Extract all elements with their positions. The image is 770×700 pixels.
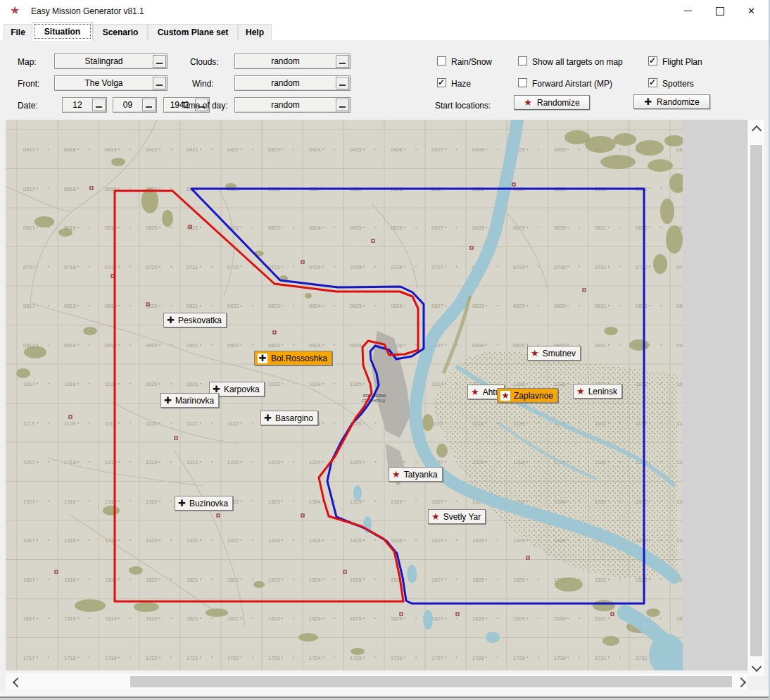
soviet-star-icon: ★ [524, 98, 532, 107]
map-location-smutnev[interactable]: ★Smutnev [527, 346, 581, 361]
vertical-scrollbar[interactable] [748, 120, 764, 676]
randomize-axis-button[interactable]: ✚ Randomize [633, 94, 710, 109]
svg-text:1424: 1424 [309, 537, 321, 544]
map-select[interactable]: Stalingrad [54, 54, 168, 69]
dropdown-button[interactable] [336, 55, 349, 68]
svg-text:1118: 1118 [64, 420, 75, 427]
svg-text:1221: 1221 [187, 459, 198, 465]
horizontal-scroll-thumb[interactable] [130, 676, 732, 687]
flight-plan-checkbox[interactable] [648, 56, 657, 65]
svg-text:0627: 0627 [431, 225, 443, 231]
maximize-button[interactable] [704, 0, 736, 22]
svg-text:0818: 0818 [64, 303, 76, 309]
horizontal-scrollbar[interactable] [6, 673, 747, 690]
randomize-soviet-button[interactable]: ★ Randomize [514, 95, 590, 110]
svg-text:1622: 1622 [227, 615, 239, 622]
axis-cross-icon: ✚ [178, 499, 186, 508]
scroll-right-icon[interactable] [736, 677, 746, 687]
svg-text:0826: 0826 [391, 303, 403, 309]
scroll-up-icon[interactable] [752, 125, 762, 135]
svg-text:1223: 1223 [268, 459, 280, 465]
tab-scenario[interactable]: Scenario [93, 24, 148, 40]
svg-text:0423: 0423 [268, 146, 280, 153]
scroll-down-icon[interactable] [752, 662, 762, 672]
minimize-button[interactable] [672, 0, 704, 22]
svg-text:1425: 1425 [350, 537, 362, 544]
dropdown-button[interactable] [153, 77, 166, 89]
soviet-star-icon: ★ [501, 391, 510, 400]
dropdown-button[interactable] [336, 77, 349, 89]
dropdown-icon [156, 63, 163, 64]
icon-backplate: ★ [500, 391, 510, 401]
dropdown-button[interactable] [142, 99, 156, 111]
svg-text:0721: 0721 [187, 264, 198, 270]
show-all-targets-checkbox[interactable] [518, 56, 527, 65]
svg-text:1320: 1320 [146, 499, 158, 505]
front-select[interactable]: The Volga [54, 75, 168, 91]
map-viewport[interactable]: 0417041804190420042104220423042404250426… [6, 120, 747, 670]
svg-text:0631: 0631 [595, 225, 607, 231]
map-location-buzinovka[interactable]: ✚Buzinovka [175, 496, 233, 511]
svg-text:1220: 1220 [146, 459, 158, 465]
scroll-left-icon[interactable] [13, 677, 23, 687]
map-location-bol-rossoshka[interactable]: ✚Bol.Rossoshka [254, 351, 332, 365]
svg-text:1731: 1731 [595, 655, 607, 661]
map-location-svetly-yar[interactable]: ★Svetly Yar [428, 509, 486, 524]
dropdown-icon [339, 106, 346, 108]
svg-text:0921: 0921 [187, 342, 198, 349]
map-location-tatyanka[interactable]: ★Tatyanka [389, 467, 443, 482]
icon-backplate: ✚ [258, 354, 267, 363]
svg-text:0625: 0625 [350, 225, 362, 231]
haze-label: Haze [451, 79, 471, 89]
axis-cross-icon: ✚ [644, 97, 652, 106]
svg-text:1426: 1426 [391, 537, 403, 544]
svg-text:0920: 0920 [146, 342, 158, 349]
stalingrad-map[interactable]: 0417041804190420042104220423042404250426… [6, 120, 683, 670]
svg-text:0724: 0724 [309, 264, 321, 270]
svg-text:0430: 0430 [554, 146, 566, 153]
map-location-basargino[interactable]: ✚Basargino [260, 411, 318, 425]
svg-text:0830: 0830 [554, 303, 566, 309]
svg-text:1718: 1718 [64, 655, 76, 661]
wind-select[interactable]: random [234, 75, 351, 91]
svg-text:1429: 1429 [513, 537, 525, 544]
dropdown-button[interactable] [92, 99, 106, 111]
svg-text:0624: 0624 [309, 225, 321, 231]
haze-checkbox[interactable] [437, 78, 446, 87]
map-location-marinovka[interactable]: ✚Marinovka [160, 393, 219, 408]
map-location-leninsk[interactable]: ★Leninsk [573, 384, 622, 399]
svg-text:0422: 0422 [227, 146, 239, 153]
forward-airstart-checkbox[interactable] [518, 78, 527, 87]
tab-custom-plane-set[interactable]: Custom Plane set [148, 24, 238, 40]
svg-text:1420: 1420 [146, 537, 158, 544]
vertical-scroll-thumb[interactable] [750, 145, 762, 656]
date-day-select[interactable]: 12 [62, 97, 107, 113]
svg-text:0427: 0427 [431, 146, 443, 153]
map-location-zaplavnoe[interactable]: ★Zaplavnoe [497, 388, 558, 403]
svg-text:0418: 0418 [64, 146, 76, 153]
map-location-peskovatka[interactable]: ✚Peskovatka [163, 313, 227, 327]
date-month-select[interactable]: 09 [113, 97, 157, 113]
wind-label: Wind: [192, 79, 214, 89]
spotters-checkbox[interactable] [648, 78, 657, 87]
time-of-day-select[interactable]: random [234, 97, 351, 113]
svg-text:1021: 1021 [187, 381, 198, 387]
start-locations-label: Start locations: [435, 101, 491, 111]
svg-text:1133: 1133 [676, 420, 683, 427]
app-icon: ★ [10, 5, 20, 16]
svg-text:1523: 1523 [268, 577, 280, 583]
svg-text:1624: 1624 [309, 615, 321, 622]
dropdown-button[interactable] [336, 99, 349, 111]
dropdown-button[interactable] [153, 55, 166, 68]
svg-text:1025: 1025 [350, 381, 362, 387]
clouds-select[interactable]: random [234, 54, 351, 69]
tab-help[interactable]: Help [238, 24, 272, 40]
tab-situation[interactable]: Situation [32, 22, 93, 41]
svg-text:0924: 0924 [309, 342, 321, 349]
close-button[interactable]: ✕ [736, 0, 767, 22]
dropdown-icon [146, 106, 152, 108]
tab-file[interactable]: File [4, 24, 32, 40]
svg-text:1623: 1623 [268, 615, 280, 622]
rain-snow-checkbox[interactable] [437, 56, 446, 65]
svg-text:1628: 1628 [472, 615, 484, 622]
